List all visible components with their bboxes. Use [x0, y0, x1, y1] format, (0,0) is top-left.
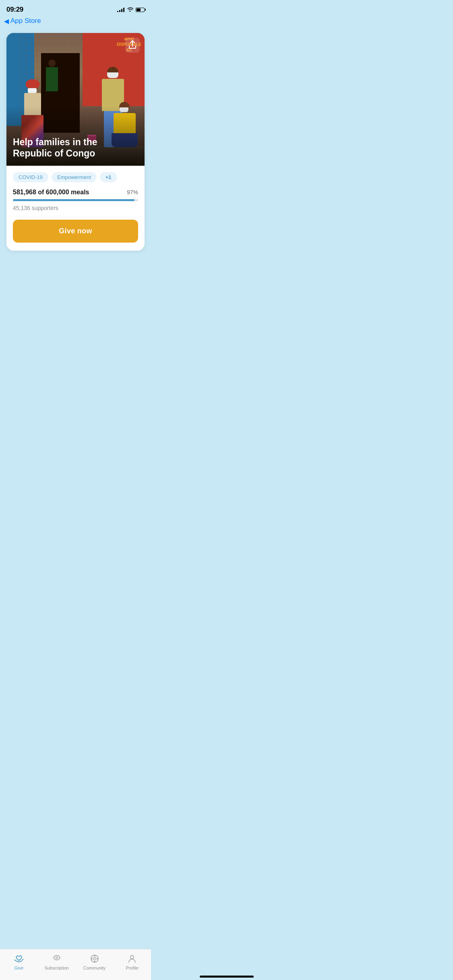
worker-head — [107, 67, 118, 78]
wifi-icon — [127, 7, 133, 13]
progress-text: 581,968 of 600,000 meals — [13, 189, 89, 196]
card-body: COVID-19 Empowerment +1 581,968 of 600,0… — [6, 166, 145, 251]
tags-container: COVID-19 Empowerment +1 — [13, 172, 138, 182]
nav-bar: ◀ App Store — [0, 15, 151, 28]
main-content: airtelDISPONIBLEICI — [0, 28, 151, 257]
campaign-image-title: Help families in the Republic of Congo — [13, 136, 138, 160]
battery-icon — [136, 8, 145, 12]
battery-fill — [137, 8, 141, 11]
progress-bar-background — [13, 199, 138, 201]
progress-header: 581,968 of 600,000 meals 97% — [13, 189, 138, 196]
status-bar: 09:29 — [0, 0, 151, 15]
progress-percent: 97% — [127, 189, 138, 196]
tag-empowerment[interactable]: Empowerment — [52, 172, 97, 182]
woman-head — [27, 82, 38, 92]
share-button[interactable] — [125, 38, 140, 53]
campaign-card: airtelDISPONIBLEICI — [6, 33, 145, 251]
campaign-scene: airtelDISPONIBLEICI — [6, 33, 145, 166]
progress-section: 581,968 of 600,000 meals 97% 45,136 supp… — [13, 189, 138, 212]
back-arrow-icon[interactable]: ◀ — [4, 17, 9, 25]
tag-covid[interactable]: COVID-19 — [13, 172, 48, 182]
supporters-count: 45,136 supporters — [13, 205, 58, 211]
bottom-spacer — [0, 257, 151, 293]
back-nav-label[interactable]: App Store — [10, 17, 41, 25]
give-now-button[interactable]: Give now — [13, 220, 138, 243]
status-time: 09:29 — [6, 6, 23, 14]
tag-more[interactable]: +1 — [100, 172, 117, 182]
progress-bar-fill — [13, 199, 134, 201]
campaign-image: airtelDISPONIBLEICI — [6, 33, 145, 166]
status-icons — [117, 7, 145, 13]
signal-bars-icon — [117, 7, 124, 12]
